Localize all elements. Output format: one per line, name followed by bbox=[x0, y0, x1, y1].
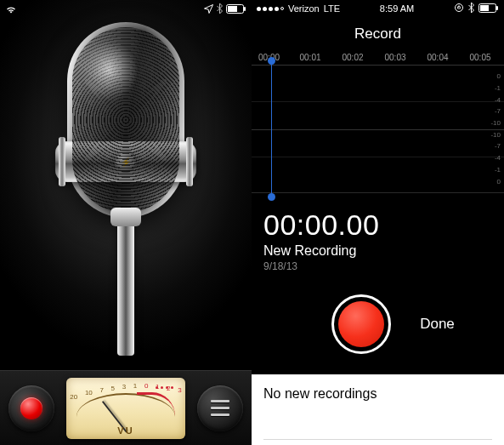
recordings-list[interactable]: No new recordings bbox=[252, 374, 504, 445]
vu-label: VU bbox=[66, 425, 185, 436]
location-icon bbox=[204, 4, 213, 14]
status-bar: Verizon LTE 8:59 AM bbox=[252, 0, 504, 17]
svg-rect-1 bbox=[228, 6, 237, 12]
microphone-graphic: ⚡ bbox=[53, 22, 199, 362]
record-icon bbox=[20, 397, 42, 419]
db-scale: 0 -1 -4 -7 -10 -10 -7 -4 -1 0 bbox=[490, 66, 501, 192]
svg-rect-5 bbox=[480, 5, 489, 11]
timeline-ruler[interactable]: 00:00 00:01 00:02 00:03 00:04 00:05 bbox=[252, 53, 504, 66]
record-button[interactable] bbox=[8, 385, 54, 431]
page-title: Record bbox=[252, 17, 504, 53]
record-button[interactable] bbox=[331, 294, 391, 354]
controls: Done bbox=[252, 272, 504, 374]
battery-icon bbox=[479, 3, 499, 14]
recordings-list-button[interactable] bbox=[197, 385, 243, 431]
battery-icon bbox=[226, 4, 246, 14]
elapsed-time: 00:00.00 bbox=[252, 193, 504, 243]
vu-meter: 20 10 7 5 3 1 0 1 2 3 VU bbox=[66, 378, 185, 439]
recording-name[interactable]: New Recording bbox=[252, 243, 504, 259]
empty-list-label: No new recordings bbox=[263, 386, 492, 402]
bluetooth-icon bbox=[468, 3, 474, 14]
clock: 8:59 AM bbox=[380, 3, 414, 14]
wifi-icon bbox=[5, 4, 17, 14]
carrier-label: Verizon bbox=[288, 3, 320, 14]
separator bbox=[263, 439, 492, 440]
ios6-voice-memos-screen: ⚡ 20 10 7 5 3 1 0 1 2 3 bbox=[0, 0, 252, 445]
svg-rect-2 bbox=[244, 7, 246, 11]
status-bar bbox=[0, 0, 252, 17]
playhead[interactable] bbox=[271, 60, 272, 197]
recording-date: 9/18/13 bbox=[252, 259, 504, 272]
signal-icon bbox=[257, 7, 284, 11]
rotation-lock-icon bbox=[454, 3, 464, 14]
record-icon bbox=[338, 301, 384, 347]
svg-rect-6 bbox=[496, 6, 498, 10]
waveform-area[interactable]: 0 -1 -4 -7 -10 -10 -7 -4 -1 0 bbox=[252, 66, 504, 193]
ios7-voice-memos-screen: Verizon LTE 8:59 AM Record 00:00 00:01 0… bbox=[252, 0, 504, 445]
bluetooth-icon bbox=[217, 3, 223, 14]
bottom-toolbar: 20 10 7 5 3 1 0 1 2 3 VU bbox=[0, 370, 252, 445]
network-label: LTE bbox=[324, 3, 340, 14]
done-button[interactable]: Done bbox=[420, 316, 455, 333]
svg-point-3 bbox=[455, 4, 462, 12]
list-icon bbox=[211, 400, 229, 416]
